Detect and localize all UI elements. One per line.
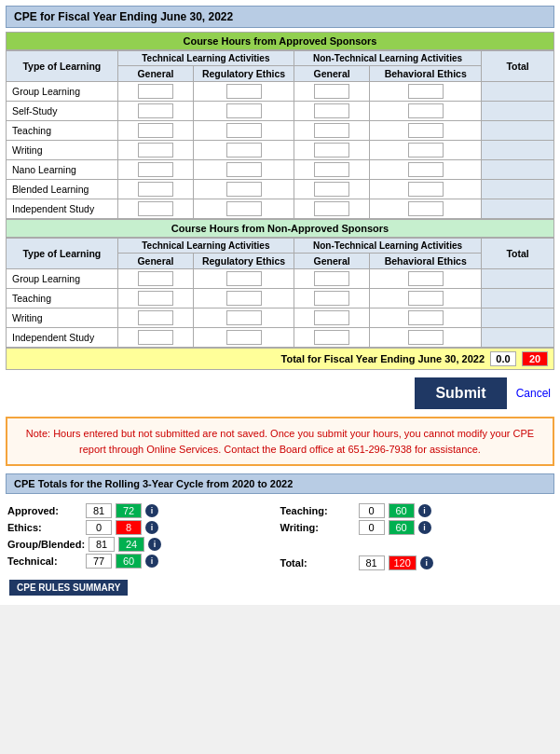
input-cell[interactable] (194, 269, 294, 289)
cancel-link[interactable]: Cancel (516, 387, 551, 400)
input-field[interactable] (226, 143, 262, 158)
input-cell[interactable] (370, 289, 482, 308)
input-cell[interactable] (194, 141, 294, 160)
input-field[interactable] (314, 330, 349, 345)
input-cell[interactable] (117, 180, 193, 199)
input-cell[interactable] (194, 121, 294, 141)
input-field[interactable] (138, 84, 173, 99)
input-cell[interactable] (117, 308, 193, 328)
input-field[interactable] (226, 310, 262, 325)
page: CPE for Fiscal Year Ending June 30, 2022… (0, 0, 560, 605)
input-field[interactable] (408, 310, 444, 325)
input-field[interactable] (314, 291, 349, 306)
input-field[interactable] (226, 271, 262, 286)
input-field[interactable] (138, 291, 173, 306)
input-field[interactable] (314, 84, 349, 99)
submit-button[interactable]: Submit (415, 377, 506, 409)
input-field[interactable] (138, 103, 173, 118)
input-field[interactable] (314, 271, 349, 286)
input-field[interactable] (138, 310, 173, 325)
input-cell[interactable] (294, 328, 369, 348)
input-cell[interactable] (194, 102, 294, 121)
ethics-info-icon[interactable]: i (145, 521, 158, 534)
input-cell[interactable] (117, 269, 193, 289)
input-field[interactable] (226, 103, 262, 118)
teaching-info-icon[interactable]: i (418, 504, 431, 517)
input-field[interactable] (138, 123, 173, 138)
technical-info-icon[interactable]: i (145, 555, 158, 568)
cpe-rules-button[interactable]: CPE RULES SUMMARY (9, 580, 128, 596)
input-field[interactable] (408, 182, 444, 197)
input-field[interactable] (408, 123, 444, 138)
input-field[interactable] (138, 271, 173, 286)
input-field[interactable] (226, 123, 262, 138)
input-cell[interactable] (194, 328, 294, 348)
input-field[interactable] (314, 182, 349, 197)
input-cell[interactable] (294, 141, 369, 160)
input-cell[interactable] (370, 121, 482, 141)
input-cell[interactable] (294, 289, 369, 308)
input-field[interactable] (314, 103, 349, 118)
input-cell[interactable] (370, 141, 482, 160)
input-cell[interactable] (194, 308, 294, 328)
input-field[interactable] (226, 201, 262, 216)
input-cell[interactable] (294, 160, 369, 180)
input-field[interactable] (138, 330, 173, 345)
input-cell[interactable] (294, 102, 369, 121)
input-cell[interactable] (117, 328, 193, 348)
input-field[interactable] (408, 291, 444, 306)
input-field[interactable] (314, 201, 349, 216)
input-field[interactable] (408, 162, 444, 177)
input-cell[interactable] (194, 180, 294, 199)
input-field[interactable] (408, 143, 444, 158)
input-cell[interactable] (117, 289, 193, 308)
writing-info-icon[interactable]: i (418, 521, 431, 534)
input-field[interactable] (226, 162, 262, 177)
input-cell[interactable] (117, 160, 193, 180)
input-cell[interactable] (194, 160, 294, 180)
input-cell[interactable] (370, 199, 482, 219)
group-info-icon[interactable]: i (148, 538, 161, 551)
input-cell[interactable] (370, 82, 482, 102)
input-field[interactable] (138, 162, 173, 177)
input-field[interactable] (138, 201, 173, 216)
input-cell[interactable] (117, 199, 193, 219)
input-cell[interactable] (370, 160, 482, 180)
input-field[interactable] (138, 182, 173, 197)
input-field[interactable] (408, 201, 444, 216)
input-cell[interactable] (370, 269, 482, 289)
input-cell[interactable] (370, 180, 482, 199)
input-cell[interactable] (294, 121, 369, 141)
input-field[interactable] (314, 143, 349, 158)
input-cell[interactable] (117, 102, 193, 121)
input-cell[interactable] (117, 121, 193, 141)
input-cell[interactable] (294, 180, 369, 199)
input-cell[interactable] (117, 82, 193, 102)
input-field[interactable] (314, 162, 349, 177)
input-field[interactable] (226, 330, 262, 345)
input-field[interactable] (226, 291, 262, 306)
input-field[interactable] (138, 143, 173, 158)
input-cell[interactable] (194, 289, 294, 308)
input-cell[interactable] (370, 308, 482, 328)
input-field[interactable] (314, 123, 349, 138)
input-cell[interactable] (370, 328, 482, 348)
input-cell[interactable] (117, 141, 193, 160)
total-info-icon[interactable]: i (420, 556, 433, 569)
input-cell[interactable] (194, 199, 294, 219)
input-field[interactable] (408, 84, 444, 99)
input-field[interactable] (226, 182, 262, 197)
input-field[interactable] (408, 330, 444, 345)
input-cell[interactable] (294, 308, 369, 328)
input-field[interactable] (314, 310, 349, 325)
input-field[interactable] (226, 84, 262, 99)
input-field[interactable] (408, 103, 444, 118)
fiscal-year-total-label: Total for Fiscal Year Ending June 30, 20… (281, 353, 485, 364)
input-cell[interactable] (194, 82, 294, 102)
approved-info-icon[interactable]: i (145, 504, 158, 517)
input-cell[interactable] (370, 102, 482, 121)
input-cell[interactable] (294, 269, 369, 289)
input-cell[interactable] (294, 199, 369, 219)
input-cell[interactable] (294, 82, 369, 102)
input-field[interactable] (408, 271, 444, 286)
